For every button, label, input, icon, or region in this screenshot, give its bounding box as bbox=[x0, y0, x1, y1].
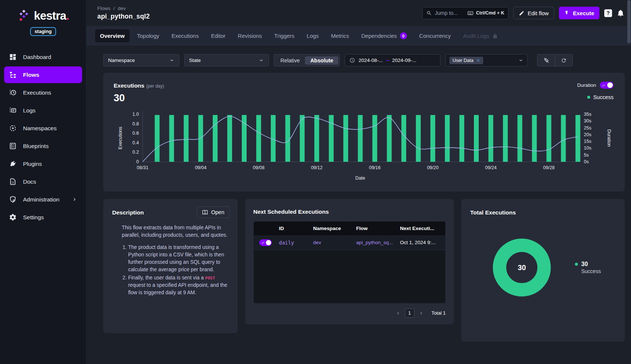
svg-text:09/16: 09/16 bbox=[369, 165, 380, 170]
sidebar-item-administration[interactable]: Administration bbox=[4, 191, 82, 208]
sidebar: kestra. staging DashboardFlowsExecutions… bbox=[0, 0, 87, 364]
tab-label: Editor bbox=[211, 33, 225, 39]
tab-label: Executions bbox=[172, 33, 199, 39]
svg-text:25s: 25s bbox=[584, 125, 591, 131]
tab-logs[interactable]: Logs bbox=[302, 29, 324, 42]
notifications-bell-icon[interactable] bbox=[617, 9, 624, 17]
execute-button[interactable]: Execute bbox=[559, 7, 599, 19]
next-page-button[interactable] bbox=[417, 309, 425, 318]
tab-concurrency[interactable]: Concurrency bbox=[414, 29, 456, 42]
refresh-button[interactable] bbox=[555, 55, 572, 66]
executions-total-count: 30 bbox=[114, 92, 614, 104]
sidebar-item-label: Plugins bbox=[23, 161, 42, 167]
column-header-id: ID bbox=[277, 226, 312, 231]
total-executions-donut: 30 bbox=[488, 234, 556, 301]
scrollbar-thumb[interactable] bbox=[627, 0, 631, 43]
end-date[interactable]: 2024-09-... bbox=[392, 58, 416, 63]
namespace-filter-select[interactable]: Namespace bbox=[103, 54, 179, 66]
scope-filter-select[interactable]: User Data bbox=[445, 54, 528, 66]
search-placeholder: Jump to... bbox=[435, 10, 458, 16]
kestra-app: kestra. staging DashboardFlowsExecutions… bbox=[0, 0, 631, 364]
tab-topology[interactable]: Topology bbox=[132, 29, 164, 42]
sidebar-item-label: Namespaces bbox=[23, 125, 56, 132]
svg-text:10s: 10s bbox=[584, 145, 591, 151]
settings-icon bbox=[9, 213, 17, 221]
breadcrumb-namespace[interactable]: dev bbox=[118, 6, 126, 11]
breadcrumb-flows[interactable]: Flows bbox=[97, 6, 110, 11]
tab-overview[interactable]: Overview bbox=[95, 29, 130, 42]
help-button[interactable]: ? bbox=[604, 9, 612, 17]
namespace-cell[interactable]: dev bbox=[312, 240, 355, 245]
svg-text:09/20: 09/20 bbox=[427, 165, 439, 170]
absolute-option[interactable]: Absolute bbox=[305, 56, 338, 65]
chevron-left-icon bbox=[396, 311, 401, 316]
success-legend-dot bbox=[587, 96, 590, 99]
filter-actions bbox=[537, 54, 573, 66]
tab-dependencies[interactable]: Dependencies0 bbox=[357, 29, 412, 43]
dependencies-count-badge: 0 bbox=[400, 32, 407, 39]
sidebar-item-executions[interactable]: Executions bbox=[4, 84, 82, 101]
filter-bar: Namespace State Relative Absolute 2024-0… bbox=[103, 54, 625, 66]
executions-chart: 00.20.40.60.81.00s5s10s15s20s25s30s35s08… bbox=[114, 109, 614, 181]
chevron-right-icon bbox=[72, 197, 77, 202]
tab-editor[interactable]: Editor bbox=[206, 29, 230, 42]
book-open-icon bbox=[202, 209, 208, 215]
topbar: Flows / dev api_python_sql2 Jump to... C… bbox=[87, 0, 631, 26]
sidebar-item-plugins[interactable]: Plugins bbox=[4, 155, 82, 172]
date-separator bbox=[386, 60, 389, 61]
overview-cards-row: Description Open This flow extracts data… bbox=[103, 199, 625, 342]
trigger-enabled-toggle[interactable] bbox=[259, 239, 272, 246]
sidebar-item-docs[interactable]: Docs bbox=[4, 173, 82, 190]
relative-option[interactable]: Relative bbox=[275, 56, 305, 65]
executions-icon bbox=[9, 89, 17, 96]
sidebar-item-dashboard[interactable]: Dashboard bbox=[4, 49, 82, 65]
tab-triggers[interactable]: Triggers bbox=[269, 29, 299, 42]
donut-legend: 30 Success bbox=[575, 261, 601, 274]
shortcut-hint: Ctrl/Cmd + K bbox=[467, 10, 504, 16]
chevron-down-icon bbox=[258, 58, 264, 63]
date-range-picker[interactable]: 2024-08-... 2024-09-... bbox=[345, 54, 440, 66]
sidebar-item-label: Logs bbox=[23, 107, 36, 114]
brand-name: kestra. bbox=[34, 10, 69, 22]
tab-executions[interactable]: Executions bbox=[167, 29, 204, 42]
sidebar-item-flows[interactable]: Flows bbox=[4, 66, 82, 83]
description-list-item-2: Finally, the user data is sent via a POS… bbox=[128, 274, 229, 296]
close-icon[interactable] bbox=[476, 58, 480, 62]
tab-label: Logs bbox=[307, 33, 319, 39]
clear-labels-button[interactable] bbox=[537, 55, 555, 66]
state-filter-select[interactable]: State bbox=[184, 54, 269, 66]
sidebar-item-settings[interactable]: Settings bbox=[4, 209, 82, 226]
description-list-item-1: The product data is transformed using a … bbox=[128, 244, 229, 273]
brand: kestra. staging bbox=[0, 0, 86, 37]
main-area: Flows / dev api_python_sql2 Jump to... C… bbox=[87, 0, 631, 364]
flow-link-cell[interactable]: api_python_sq... bbox=[355, 240, 399, 245]
svg-text:Executions: Executions bbox=[118, 127, 123, 149]
svg-text:08/31: 08/31 bbox=[137, 165, 148, 170]
tab-label: Audit Logs bbox=[463, 33, 489, 39]
start-date[interactable]: 2024-08-... bbox=[358, 58, 383, 63]
svg-text:0.4: 0.4 bbox=[133, 140, 139, 145]
donut-legend-label: Success bbox=[581, 268, 601, 274]
open-description-button[interactable]: Open bbox=[197, 206, 230, 218]
duration-toggle[interactable] bbox=[600, 82, 614, 89]
sidebar-item-logs[interactable]: Logs bbox=[4, 102, 82, 119]
tab-metrics[interactable]: Metrics bbox=[326, 29, 354, 42]
kestra-logo-icon bbox=[17, 9, 30, 22]
edit-flow-button[interactable]: Edit flow bbox=[513, 7, 554, 19]
column-header-namespace: Namespace bbox=[312, 226, 355, 231]
page-number[interactable]: 1 bbox=[405, 308, 414, 318]
breadcrumb: Flows / dev bbox=[97, 6, 150, 11]
donut-center-value: 30 bbox=[518, 263, 526, 272]
svg-text:0.2: 0.2 bbox=[133, 150, 139, 155]
tab-revisions[interactable]: Revisions bbox=[233, 29, 267, 42]
jump-to-search[interactable]: Jump to... Ctrl/Cmd + K bbox=[422, 7, 508, 19]
svg-text:09/12: 09/12 bbox=[311, 165, 322, 170]
sidebar-item-blueprints[interactable]: Blueprints bbox=[4, 138, 82, 154]
sidebar-item-namespaces[interactable]: Namespaces bbox=[4, 120, 82, 137]
schedule-table-row[interactable]: dailydevapi_python_sq...Oct 1, 2024 9:..… bbox=[254, 235, 445, 250]
previous-page-button[interactable] bbox=[394, 309, 402, 318]
description-paragraph: This flow extracts data from multiple AP… bbox=[122, 224, 229, 239]
success-legend-dot bbox=[575, 263, 578, 266]
svg-text:30s: 30s bbox=[584, 118, 591, 124]
success-legend-label: Success bbox=[593, 94, 614, 100]
